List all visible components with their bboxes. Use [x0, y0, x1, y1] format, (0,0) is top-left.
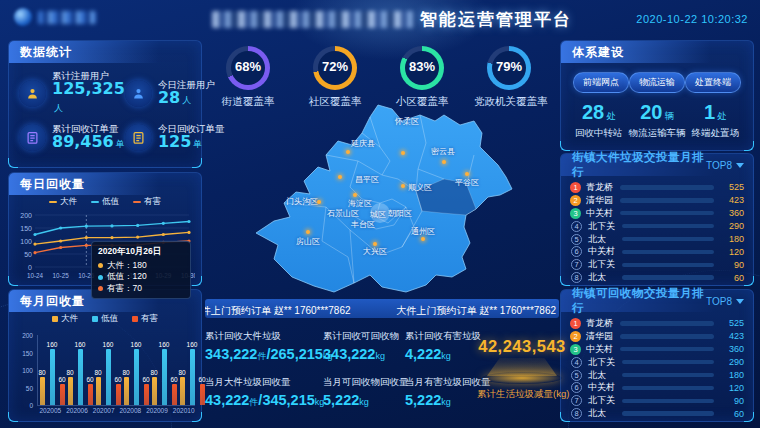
svg-text:200: 200 — [20, 212, 32, 219]
summary-cell: 当月大件垃圾回收量 43,222件/345,215kg — [205, 376, 323, 409]
district-dot — [373, 242, 377, 246]
bar — [78, 349, 83, 405]
rank-badge: 1 — [570, 182, 581, 193]
stat-value: 125,325 — [52, 79, 125, 98]
rank-badge: 3 — [570, 208, 581, 219]
gauge-percent: 72% — [313, 59, 357, 74]
rank-row: 6 中关村 120 — [570, 245, 744, 258]
system-tab-3[interactable]: 处置终端 — [685, 72, 741, 93]
district-label[interactable]: 门头沟区 — [286, 196, 318, 207]
svg-text:50: 50 — [24, 251, 32, 258]
rank-value: 290 — [720, 221, 744, 231]
rank-badge: 8 — [571, 272, 582, 283]
summary-unit-2: kg — [441, 397, 451, 407]
district-label[interactable]: 顺义区 — [408, 182, 432, 193]
rank-name: 北下关 — [588, 220, 622, 233]
svg-text:10-25: 10-25 — [53, 272, 70, 279]
system-tab-1[interactable]: 前端网点 — [573, 72, 629, 93]
rank-bar — [622, 386, 714, 391]
district-label[interactable]: 大兴区 — [363, 246, 387, 257]
rank-row: 4 北下关 290 — [570, 356, 744, 369]
rank-row: 6 中关村 120 — [570, 381, 744, 394]
rank-bar — [622, 275, 714, 280]
bar — [88, 384, 93, 405]
top8-label: TOP8 — [706, 296, 732, 307]
svg-text:10-24: 10-24 — [27, 272, 44, 279]
redacted-logo-text — [38, 11, 96, 24]
top8-dropdown[interactable]: TOP8 — [706, 296, 744, 307]
rank-value: 360 — [720, 344, 744, 354]
bar — [68, 377, 73, 405]
ticker-item: 大件上门预约订单 赵** 1760***7862 — [205, 305, 351, 316]
rank-name: 中关村 — [586, 207, 620, 220]
rank-row: 8 北太 60 — [570, 271, 744, 284]
district-label[interactable]: 朝阳区 — [388, 208, 412, 219]
rank-badge: 5 — [571, 370, 582, 381]
summary-value: 343,222 — [205, 346, 257, 362]
system-stat-value: 20 — [640, 101, 662, 123]
legend-item: 大件 — [49, 196, 77, 208]
rank-name: 北下关 — [588, 356, 622, 369]
top8-dropdown[interactable]: TOP8 — [706, 160, 744, 171]
system-tab-2[interactable]: 物流运输 — [629, 72, 685, 93]
rank-bar — [620, 321, 714, 326]
stat-unit: 单 — [116, 139, 125, 149]
rank-bar — [622, 263, 714, 268]
bar-group: 8016060 — [38, 335, 66, 405]
bar-group: 8016060 — [94, 335, 122, 405]
rank-list: 1 青龙桥 525 2 清华园 423 3 中关村 360 4 北下关 290 … — [561, 176, 753, 284]
page-title: 智能运营管理平台 — [420, 8, 572, 31]
summary-label: 累计回收大件垃圾 — [205, 330, 323, 343]
summary-label: 当月大件垃圾回收量 — [205, 376, 323, 389]
district-label[interactable]: 怀柔区 — [395, 116, 419, 127]
summary-unit-2: kg — [359, 397, 369, 407]
rank-badge: 4 — [571, 357, 582, 368]
rank-value: 90 — [720, 260, 744, 270]
panel-title: 每日回收量 — [9, 173, 201, 195]
bar — [162, 349, 167, 405]
district-label[interactable]: 丰台区 — [351, 219, 375, 230]
rank-row: 1 青龙桥 525 — [570, 317, 744, 330]
stat-icon — [125, 80, 152, 107]
district-label[interactable]: 房山区 — [296, 236, 320, 247]
stat-value: 125 — [158, 132, 191, 151]
district-label[interactable]: 延庆县 — [351, 138, 375, 149]
district-label[interactable]: 石景山区 — [327, 208, 359, 219]
dashboard: 智能运营管理平台 2020-10-22 10:20:32 数据统计 累计注册用户… — [0, 0, 760, 428]
panel-title: 数据统计 — [9, 41, 201, 63]
legend-item: 有害 — [132, 313, 158, 325]
panel-monthly-recycling: 每月回收量 大件低值有害 050100150200 80160608016060… — [8, 289, 202, 422]
bar-group: 8016060 — [66, 335, 94, 405]
summary-cell: 累计回收大件垃圾 343,222件/265,215kg — [205, 330, 323, 363]
summary-value: 5,222 — [323, 392, 359, 408]
rank-name: 中关村 — [588, 245, 622, 258]
rank-name: 北下关 — [588, 394, 622, 407]
bar — [172, 384, 177, 405]
district-dot — [401, 184, 405, 188]
bar — [50, 349, 55, 405]
bar-groups: 8016060801606080160608016060801606080160… — [37, 335, 195, 406]
summary-label: 累计回收有害垃圾 — [405, 330, 481, 343]
bar — [180, 377, 185, 405]
gauge-ring: 72% — [313, 46, 357, 90]
tooltip-row: 大件：180 — [98, 260, 184, 271]
district-label[interactable]: 通州区 — [411, 226, 435, 237]
district-label[interactable]: 昌平区 — [355, 174, 379, 185]
summary-value-2: /265,215 — [266, 346, 322, 362]
top8-label: TOP8 — [706, 160, 732, 171]
district-dot — [442, 160, 446, 164]
rank-name: 清华园 — [586, 194, 620, 207]
gauge-ring: 83% — [400, 46, 444, 90]
rank-row: 5 北太 180 — [570, 233, 744, 246]
panel-data-statistics: 数据统计 累计注册用户 125,325人 — [8, 40, 202, 168]
stat-icon — [19, 80, 46, 107]
district-label[interactable]: 平谷区 — [455, 177, 479, 188]
rank-bar — [622, 399, 714, 404]
rank-bar — [622, 360, 714, 365]
rank-row: 5 北太 180 — [570, 369, 744, 382]
district-label[interactable]: 密云县 — [431, 146, 455, 157]
beijing-map[interactable]: 怀柔区延庆县密云县平谷区昌平区顺义区门头沟区海淀区石景山区城区朝阳区丰台区通州区… — [230, 95, 550, 305]
order-ticker: 大件上门预约订单 赵** 1760***7862大件上门预约订单 赵** 176… — [205, 299, 559, 318]
system-stat-unit: 处 — [606, 110, 616, 121]
rank-name: 清华园 — [586, 330, 620, 343]
